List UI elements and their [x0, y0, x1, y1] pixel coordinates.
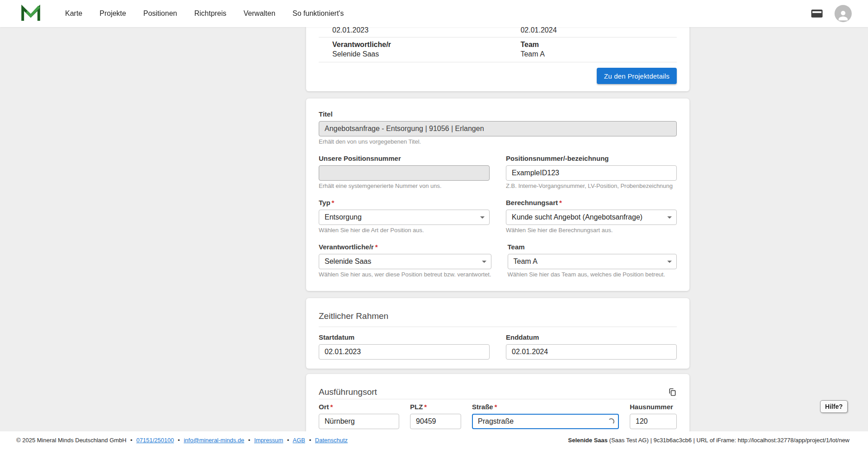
positionsnummer-helper: Z.B. Interne-Vorgangsnummer, LV-Position…	[506, 182, 677, 190]
positionsnummer-input[interactable]	[506, 165, 677, 181]
project-dates-row: 02.01.2023 02.01.2024	[319, 26, 677, 37]
help-button[interactable]: Hilfe?	[820, 400, 848, 413]
team-field: Team Team A Wählen Sie hier das Team aus…	[508, 243, 677, 278]
project-responsible-label: Verantwortliche/r	[332, 41, 520, 49]
ausfuehrungsort-heading: Ausführungsort	[319, 387, 377, 397]
logo-icon	[21, 5, 41, 23]
navbar-actions	[809, 5, 852, 22]
required-marker: *	[495, 403, 497, 411]
typ-select[interactable]: Entsorgung	[319, 210, 490, 225]
berechnungsart-select-value: Kunde sucht Angebot (Angebotsanfrage)	[512, 213, 642, 221]
zeitlicher-rahmen-card: Zeitlicher Rahmen Startdatum Enddatum	[306, 298, 689, 369]
verantwortliche-select[interactable]: Selenide Saas	[319, 254, 491, 269]
required-marker: *	[332, 199, 335, 206]
required-marker: *	[375, 243, 378, 251]
section-divider	[319, 399, 677, 399]
user-avatar[interactable]	[835, 5, 852, 22]
titel-field: Titel Erhält den von uns vorgegebenen Ti…	[319, 110, 677, 145]
dropdown-arrow-icon	[482, 261, 486, 263]
positionsnummer-field: Positionsnummer/-bezeichnung Z.B. Intern…	[506, 154, 677, 190]
copy-icon	[668, 388, 677, 397]
zeitlicher-rahmen-heading: Zeitlicher Rahmen	[319, 311, 677, 321]
berechnungsart-label: Berechnungsart*	[506, 199, 677, 207]
berechnungsart-field: Berechnungsart* Kunde sucht Angebot (Ang…	[506, 199, 677, 234]
verantwortliche-field: Verantwortliche/r* Selenide Saas Wählen …	[319, 243, 491, 278]
project-start-date: 02.01.2023	[332, 26, 520, 34]
plz-label: PLZ*	[410, 403, 461, 411]
unsere-positionsnummer-helper: Erhält eine systemgenerierte Nummer von …	[319, 182, 490, 190]
person-icon	[836, 9, 850, 22]
nav-item-karte[interactable]: Karte	[65, 9, 82, 18]
titel-label: Titel	[319, 110, 677, 118]
plz-input[interactable]	[410, 414, 461, 429]
project-team-value: Team A	[520, 50, 663, 58]
separator-dot: •	[287, 437, 289, 444]
page-footer: © 2025 Mineral Minds Deutschland GmbH • …	[0, 431, 868, 449]
required-marker: *	[559, 199, 562, 206]
verantwortliche-label: Verantwortliche/r*	[319, 243, 491, 251]
unsere-positionsnummer-input	[319, 165, 490, 181]
team-label: Team	[508, 243, 677, 251]
plz-field: PLZ*	[410, 403, 461, 429]
typ-label: Typ*	[319, 199, 490, 207]
team-helper: Wählen Sie hier das Team aus, welches di…	[508, 271, 677, 278]
nav-item-projekte[interactable]: Projekte	[99, 9, 126, 18]
footer-link-datenschutz[interactable]: Datenschutz	[315, 437, 348, 444]
dropdown-arrow-icon	[667, 261, 672, 263]
card-icon	[809, 7, 825, 20]
card-icon-button[interactable]	[809, 7, 825, 20]
enddatum-field: Enddatum	[506, 333, 677, 360]
nav-item-verwalten[interactable]: Verwalten	[244, 9, 275, 18]
footer-link-agb[interactable]: AGB	[293, 437, 305, 444]
team-select[interactable]: Team A	[508, 254, 677, 269]
nav-item-positionen[interactable]: Positionen	[143, 9, 177, 18]
separator-dot: •	[130, 437, 132, 444]
ort-field: Ort*	[319, 403, 399, 429]
verantwortliche-select-value: Selenide Saas	[325, 257, 371, 266]
footer-link-email[interactable]: info@mineral-minds.de	[184, 437, 244, 444]
typ-select-value: Entsorgung	[325, 213, 362, 221]
startdatum-label: Startdatum	[319, 333, 490, 341]
footer-link-phone[interactable]: 07151/250100	[137, 437, 174, 444]
project-end-date: 02.01.2024	[520, 26, 663, 34]
titel-helper: Erhält den von uns vorgegebenen Titel.	[319, 138, 677, 145]
startdatum-input[interactable]	[319, 344, 490, 360]
project-responsible-value: Selenide Saas	[332, 50, 520, 58]
typ-helper: Wählen Sie hier die Art der Position aus…	[319, 227, 490, 234]
main-nav: Karte Projekte Positionen Richtpreis Ver…	[65, 9, 344, 18]
mineral-minds-logo[interactable]	[21, 5, 41, 23]
ort-input[interactable]	[319, 414, 399, 429]
content-area: 02.01.2023 02.01.2024 Verantwortliche/r …	[306, 27, 689, 449]
separator-dot: •	[248, 437, 250, 444]
strasse-input[interactable]	[472, 414, 619, 429]
hausnummer-input[interactable]	[630, 414, 677, 429]
nav-item-richtpreis[interactable]: Richtpreis	[194, 9, 226, 18]
required-marker: *	[330, 403, 333, 411]
footer-link-impressum[interactable]: Impressum	[254, 437, 283, 444]
loading-spinner-icon	[608, 418, 614, 425]
copy-location-button[interactable]	[668, 388, 677, 397]
unsere-positionsnummer-label: Unsere Positionsnummer	[319, 154, 490, 163]
separator-dot: •	[309, 437, 311, 444]
required-marker: *	[424, 403, 427, 411]
copyright-text: © 2025 Mineral Minds Deutschland GmbH	[16, 437, 127, 444]
team-select-value: Team A	[514, 257, 538, 266]
unsere-positionsnummer-field: Unsere Positionsnummer Erhält eine syste…	[319, 154, 490, 190]
project-details-button[interactable]: Zu den Projektdetails	[597, 68, 677, 84]
enddatum-input[interactable]	[506, 344, 677, 360]
dropdown-arrow-icon	[480, 216, 485, 219]
nav-item-so-funktionierts[interactable]: So funktioniert's	[292, 9, 344, 18]
typ-field: Typ* Entsorgung Wählen Sie hier die Art …	[319, 199, 490, 234]
project-responsible-row: Verantwortliche/r Selenide Saas Team Tea…	[319, 37, 677, 62]
position-form-card: Titel Erhält den von uns vorgegebenen Ti…	[306, 98, 689, 291]
session-info: Selenide Saas (Saas Test AG) | 9c31b6ac3…	[568, 437, 849, 444]
enddatum-label: Enddatum	[506, 333, 677, 341]
verantwortliche-helper: Wählen Sie hier aus, wer diese Position …	[319, 271, 491, 278]
session-details: (Saas Test AG) | 9c31b6ac3cb6 | URL of i…	[608, 437, 849, 444]
strasse-field: Straße*	[472, 403, 619, 429]
section-divider	[319, 327, 677, 327]
berechnungsart-select[interactable]: Kunde sucht Angebot (Angebotsanfrage)	[506, 210, 677, 225]
hausnummer-label: Hausnummer	[630, 403, 677, 411]
strasse-label: Straße*	[472, 403, 619, 411]
separator-dot: •	[178, 437, 180, 444]
